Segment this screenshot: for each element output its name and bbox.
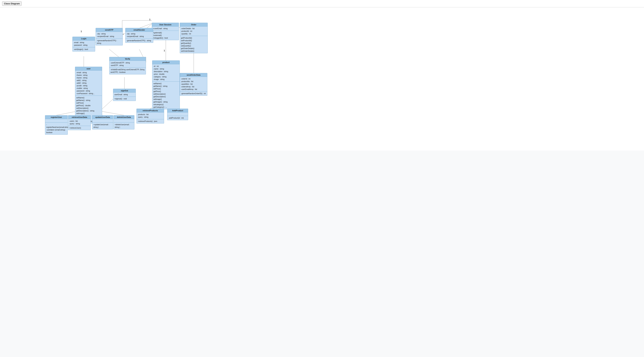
uml-class-sendorderdata: sendOrderData-orderId : int-productIds :…	[180, 73, 207, 96]
class-section-product-0: -id : int-name : string-description : st…	[152, 64, 180, 82]
class-title-order: Order	[180, 23, 208, 27]
class-section-order-0: -orderDetails : list-productId : int-qua…	[180, 27, 208, 36]
class-section-registeruser-1: -registerNewUser(email:string)-usertaken…	[45, 123, 68, 135]
uml-class-registeruser: registerUser-registerNewUser(email:strin…	[45, 115, 68, 135]
class-section-deleteuserdata-0	[114, 119, 134, 123]
class-title-emailsender: emailSender	[126, 28, 153, 32]
uml-class-product: product-id : int-name : string-descripti…	[152, 61, 180, 109]
class-title-usersession: User Session	[152, 23, 179, 27]
class-title-signout: signOut	[113, 89, 136, 93]
class-section-sendotp-0: -otp : string-recipientEmail : string	[96, 32, 122, 39]
class-section-retrieveuserdata-0: -users : list-query : string	[68, 119, 90, 126]
uml-class-user: user-email : string-fname : string-lname…	[75, 67, 102, 124]
uml-class-usersession: User Session+userEmail : string+getemail…	[152, 23, 179, 40]
class-section-signout-0: userEmail : string	[113, 93, 136, 97]
class-section-signout-1: +signout() : void	[113, 97, 136, 101]
class-section-verify-1: -isValidEmail(String userEnteredOTP, Str…	[110, 68, 146, 74]
uml-class-verify: Verify-userEnteredOTP : string-sentOTP :…	[109, 57, 146, 74]
class-section-registeruser-0	[45, 119, 68, 123]
class-section-user-0: -email : string-fname : string-lname : s…	[75, 71, 102, 96]
class-section-product-1: setName()getName() : stringsetPrice()get…	[152, 82, 180, 109]
uml-class-emailsender: emailSender-otp : string-recipientEmail …	[125, 28, 153, 43]
label-1-right: 1	[164, 49, 165, 52]
uml-class-retrieveproducts: retrieveProducts-products : list-query :…	[136, 109, 164, 124]
toolbar: Class Diagram	[0, 0, 644, 7]
class-section-login-1: -verifylogin() : bool	[72, 47, 95, 51]
class-title-updateuserdata: updateUserData	[92, 115, 113, 119]
class-title-verify: Verify	[110, 57, 146, 61]
class-title-addproduct: AddProduct	[167, 109, 188, 113]
svg-line-17	[109, 49, 119, 57]
class-section-retrieveproducts-1: +retrieveProducts() : json	[137, 119, 164, 123]
class-section-login-0: -email : string-password : string	[72, 41, 95, 47]
class-section-retrieveproducts-0: -products : list-query : string	[137, 113, 164, 119]
uml-class-sendotp: sendOTP-otp : string-recipientEmail : st…	[96, 28, 123, 46]
class-section-emailsender-1: -generateRandomOTP() : string	[126, 39, 153, 43]
uml-class-updateuserdata: updateUserData+updateUser(email : string…	[92, 115, 113, 129]
class-title-product: product	[152, 61, 180, 64]
class-section-usersession-0: +userEmail : string	[152, 27, 179, 31]
uml-class-login: Login-email : string-password : string-v…	[72, 37, 95, 52]
class-section-sendorderdata-1: -generateRandomOrderID() : int	[180, 92, 207, 96]
diagram-canvas: User Session+userEmail : string+getemail…	[0, 7, 644, 151]
class-section-order-1: getProductId()setProductId()getQuantity(…	[180, 36, 208, 53]
class-section-emailsender-0: -otp : string-recipientEmail : string	[126, 32, 153, 39]
class-title-login: Login	[72, 37, 95, 41]
class-title-sendorderdata: sendOrderData	[180, 73, 207, 77]
class-section-verify-0: -userEnteredOTP : string-sentOTP : strin…	[110, 61, 146, 68]
diagram-title: Class Diagram	[2, 2, 22, 6]
label-1-left: 1	[81, 30, 82, 33]
class-title-user: user	[75, 67, 102, 71]
class-section-sendotp-1: +generateRandomOTP() : string	[96, 39, 122, 45]
uml-class-retrieveuserdata: retrieveUserData-users : list-query : st…	[68, 115, 91, 130]
class-section-deleteuserdata-1: +deleteUser(email : string )	[114, 123, 134, 129]
class-section-addproduct-1: -addProduct(id : int)	[167, 116, 188, 120]
class-title-retrieveproducts: retrieveProducts	[137, 109, 164, 113]
class-title-retrieveuserdata: retrieveUserData	[68, 115, 90, 119]
class-section-usersession-1: +getemail()+setemail()+isloggedin() : bo…	[152, 31, 179, 40]
class-section-updateuserdata-0	[92, 119, 113, 123]
class-title-deleteuserdata: deleteUserData	[114, 115, 134, 119]
class-section-updateuserdata-1: +updateUser(email : string )	[92, 123, 113, 129]
uml-class-addproduct: AddProduct-addProduct(id : int)	[167, 109, 188, 120]
class-section-sendorderdata-0: -orderId : int-productIds : list-quantit…	[180, 77, 207, 92]
label-1-top: 1	[149, 18, 150, 21]
uml-class-deleteuserdata: deleteUserData+deleteUser(email : string…	[114, 115, 134, 129]
class-title-registeruser: registerUser	[45, 115, 68, 119]
class-section-addproduct-0	[167, 113, 188, 116]
class-title-sendotp: sendOTP	[96, 28, 122, 32]
uml-class-signout: signOutuserEmail : string+signout() : vo…	[113, 89, 136, 101]
class-section-retrieveuserdata-1: +retrieveUser()	[68, 126, 90, 130]
uml-class-order: Order-orderDetails : list-productId : in…	[180, 23, 208, 53]
